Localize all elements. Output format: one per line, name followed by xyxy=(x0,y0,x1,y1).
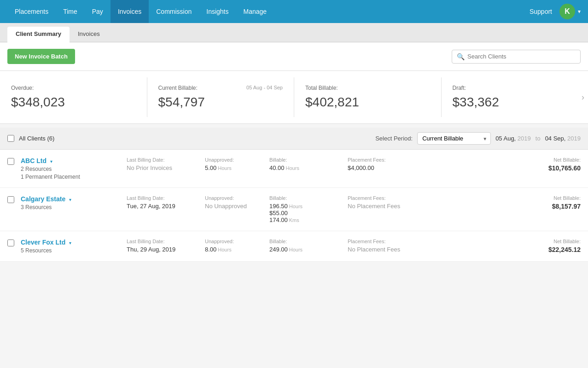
billing-col-calgary: Last Billing Date: Tue, 27 Aug, 2019 xyxy=(127,195,205,210)
client-name-abc[interactable]: ABC Ltd xyxy=(21,157,47,164)
nav-support[interactable]: Support xyxy=(530,8,552,15)
billable-extra2-calgary: 174.00Kms xyxy=(269,216,348,223)
billing-value-calgary: Tue, 27 Aug, 2019 xyxy=(127,203,205,210)
billable-extra1-calgary: $55.00 xyxy=(269,210,348,216)
client-row: ABC Ltd ▾ 2 Resources 1 Permanent Placem… xyxy=(0,150,588,188)
all-clients-label: All Clients (6) xyxy=(19,135,54,142)
billing-value-abc: No Prior Invoices xyxy=(127,164,205,171)
billable-col-calgary: Billable: 196.50Hours $55.00 174.00Kms xyxy=(269,195,348,223)
billing-value-cleverfox: Thu, 29 Aug, 2019 xyxy=(127,246,205,253)
search-icon: 🔍 xyxy=(457,53,465,60)
client-resources-abc: 2 Resources xyxy=(21,166,127,172)
nav-commission[interactable]: Commission xyxy=(149,0,199,23)
unapproved-col-abc: Unapproved: 5.00Hours xyxy=(205,157,269,171)
nav-placements[interactable]: Placements xyxy=(7,0,56,23)
tab-invoices[interactable]: Invoices xyxy=(70,27,108,42)
to-label: to xyxy=(536,135,541,142)
new-invoice-batch-button[interactable]: New Invoice Batch xyxy=(7,49,75,64)
client-permanent-abc: 1 Permanent Placement xyxy=(21,174,127,180)
nav-avatar-chevron[interactable]: ▾ xyxy=(578,8,581,15)
client-name-calgary-chevron[interactable]: ▾ xyxy=(69,197,71,202)
search-input[interactable] xyxy=(467,53,576,60)
billable-value-calgary: 196.50Hours xyxy=(269,203,348,210)
unapproved-col-calgary: Unapproved: No Unapproved xyxy=(205,195,269,210)
unapproved-col-cleverfox: Unapproved: 8.00Hours xyxy=(205,239,269,253)
card-draft: Draft: $33,362 › xyxy=(442,77,588,117)
client-checkbox-calgary[interactable] xyxy=(7,196,14,203)
card-current-billable-date: 05 Aug - 04 Sep xyxy=(246,85,283,90)
toolbar: New Invoice Batch 🔍 xyxy=(0,42,588,71)
select-all-checkbox[interactable] xyxy=(7,135,14,142)
billable-value-cleverfox: 249.00Hours xyxy=(269,246,348,253)
client-checkbox-abc[interactable] xyxy=(7,158,14,165)
card-overdue-value: $348,023 xyxy=(11,95,136,110)
net-value-cleverfox: $22,245.12 xyxy=(431,246,581,253)
table-section: All Clients (6) Select Period: Current B… xyxy=(0,128,588,262)
client-name-cleverfox[interactable]: Clever Fox Ltd xyxy=(21,239,65,246)
net-billable-col-cleverfox: Net Billable: $22,245.12 xyxy=(431,239,581,253)
unapproved-value-abc: 5.00Hours xyxy=(205,164,269,171)
select-period-label: Select Period: xyxy=(375,135,413,142)
card-total-billable: Total Billable: $402,821 xyxy=(294,77,442,117)
net-billable-col-abc: Net Billable: $10,765.60 xyxy=(431,157,581,172)
card-overdue-label: Overdue: xyxy=(11,85,136,91)
card-draft-value: $33,362 xyxy=(453,95,577,110)
client-checkbox-cleverfox[interactable] xyxy=(7,239,14,246)
card-draft-label: Draft: xyxy=(453,85,577,91)
date-to: 04 Sep, 2019 xyxy=(545,135,581,142)
nav-insights[interactable]: Insights xyxy=(199,0,236,23)
client-info-calgary: Calgary Estate ▾ 3 Resources xyxy=(21,195,127,210)
placement-value-calgary: No Placement Fees xyxy=(348,203,431,210)
billing-col-abc: Last Billing Date: No Prior Invoices xyxy=(127,157,205,171)
cards-row: Overdue: $348,023 Current Billable: 05 A… xyxy=(0,71,588,124)
placement-col-calgary: Placement Fees: No Placement Fees xyxy=(348,195,431,210)
client-name-cleverfox-chevron[interactable]: ▾ xyxy=(69,240,71,245)
date-from: 05 Aug, 2019 xyxy=(495,135,531,142)
top-nav: Placements Time Pay Invoices Commission … xyxy=(0,0,588,23)
unapproved-value-calgary: No Unapproved xyxy=(205,203,269,210)
placement-col-abc: Placement Fees: $4,000.00 xyxy=(348,157,431,171)
net-billable-col-calgary: Net Billable: $8,157.97 xyxy=(431,195,581,210)
client-name-abc-chevron[interactable]: ▾ xyxy=(50,159,52,164)
net-value-calgary: $8,157.97 xyxy=(431,203,581,210)
client-row: Clever Fox Ltd ▾ 5 Resources Last Billin… xyxy=(0,231,588,262)
placement-value-cleverfox: No Placement Fees xyxy=(348,246,431,253)
card-current-billable: Current Billable: 05 Aug - 04 Sep $54,79… xyxy=(147,77,295,117)
card-draft-chevron[interactable]: › xyxy=(582,93,584,102)
client-resources-cleverfox: 5 Resources xyxy=(21,247,127,254)
sub-nav: Client Summary Invoices xyxy=(0,23,588,42)
placement-value-abc: $4,000.00 xyxy=(348,164,431,171)
card-overdue: Overdue: $348,023 xyxy=(0,77,147,117)
client-row: Calgary Estate ▾ 3 Resources Last Billin… xyxy=(0,188,588,231)
billable-col-abc: Billable: 40.00Hours xyxy=(269,157,348,171)
period-select-wrapper[interactable]: Current Billable Last Billable Custom xyxy=(417,132,491,145)
client-resources-calgary: 3 Resources xyxy=(21,204,127,210)
card-total-billable-value: $402,821 xyxy=(305,95,430,110)
tab-client-summary[interactable]: Client Summary xyxy=(7,27,70,42)
nav-pay[interactable]: Pay xyxy=(85,0,111,23)
card-current-billable-value: $54,797 xyxy=(158,95,283,110)
period-controls: Select Period: Current Billable Last Bil… xyxy=(375,132,581,145)
client-name-calgary[interactable]: Calgary Estate xyxy=(21,195,65,203)
nav-avatar[interactable]: K xyxy=(559,4,575,19)
billable-value-abc: 40.00Hours xyxy=(269,164,348,171)
card-total-billable-label: Total Billable: xyxy=(305,85,430,91)
unapproved-value-cleverfox: 8.00Hours xyxy=(205,246,269,253)
nav-time[interactable]: Time xyxy=(56,0,85,23)
table-header-row: All Clients (6) Select Period: Current B… xyxy=(0,128,588,150)
client-info-abc: ABC Ltd ▾ 2 Resources 1 Permanent Placem… xyxy=(21,157,127,180)
client-info-cleverfox: Clever Fox Ltd ▾ 5 Resources xyxy=(21,239,127,254)
billing-col-cleverfox: Last Billing Date: Thu, 29 Aug, 2019 xyxy=(127,239,205,253)
search-box[interactable]: 🔍 xyxy=(452,50,581,64)
period-select[interactable]: Current Billable Last Billable Custom xyxy=(417,132,491,145)
net-value-abc: $10,765.60 xyxy=(431,164,581,172)
placement-col-cleverfox: Placement Fees: No Placement Fees xyxy=(348,239,431,253)
nav-invoices[interactable]: Invoices xyxy=(111,0,149,23)
billable-col-cleverfox: Billable: 249.00Hours xyxy=(269,239,348,253)
nav-manage[interactable]: Manage xyxy=(236,0,274,23)
